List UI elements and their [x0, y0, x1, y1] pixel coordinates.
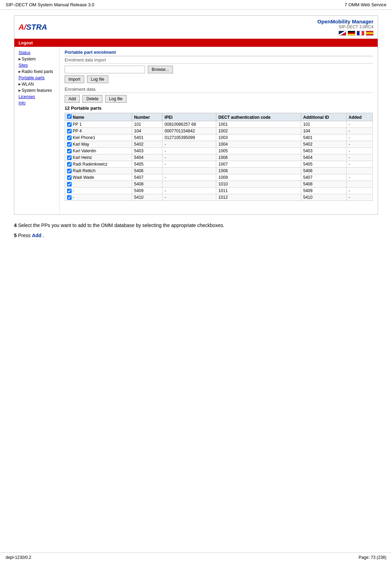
table-row: 540810105408: [65, 181, 373, 188]
row-checkbox[interactable]: [67, 182, 72, 187]
cell-dect_code: 1012: [216, 194, 301, 201]
cell-dect_code: 1006: [216, 154, 301, 161]
sidebar-item-licenses[interactable]: Licenses: [14, 94, 59, 100]
col-name: Name: [65, 113, 132, 121]
sidebar-item-sites[interactable]: Sites: [14, 62, 59, 68]
cell-number: 5410: [132, 194, 162, 201]
delete-button[interactable]: Delete: [82, 95, 102, 103]
flag-es[interactable]: [366, 31, 373, 36]
logout-bar: Logout: [14, 39, 378, 47]
cell-ipei: -: [162, 194, 216, 201]
import-button[interactable]: Import: [65, 75, 84, 83]
sidebar-item-info[interactable]: Info: [14, 100, 59, 106]
portable-parts-table: Name Number IPEI DECT authentication cod…: [65, 113, 373, 201]
row-checkbox[interactable]: [67, 155, 72, 160]
cell-number: 104: [132, 128, 162, 134]
cell-add_id: 5406: [301, 168, 346, 174]
omm-body: Status ▶ System Sites ▶ Radio fixed part…: [14, 47, 378, 214]
row-checkbox[interactable]: [67, 189, 72, 193]
table-row: Karl May5402-10045402-: [65, 141, 373, 148]
step-4: 4 Select the PPs you want to add to the …: [14, 222, 378, 229]
cell-add_id: 5402: [301, 141, 346, 148]
row-checkbox[interactable]: [67, 129, 72, 133]
cell-name: Radi Radenkowicz: [65, 161, 132, 168]
row-checkbox[interactable]: [67, 142, 72, 147]
log-file-button-1[interactable]: Log file: [87, 75, 108, 83]
row-checkbox[interactable]: [67, 162, 72, 167]
row-checkbox[interactable]: [67, 122, 72, 127]
log-file-button-2[interactable]: Log file: [105, 95, 126, 103]
flag-row: [317, 31, 373, 36]
cell-ipei: -: [162, 161, 216, 168]
sidebar-item-wlan[interactable]: ▶ WLAN: [14, 81, 59, 87]
cell-add_id: 101: [301, 121, 346, 128]
flag-fr[interactable]: [357, 31, 364, 36]
cell-added: -: [346, 194, 372, 201]
sidebar-item-system[interactable]: ▶ System: [14, 56, 59, 62]
row-checkbox[interactable]: [67, 195, 72, 200]
cell-name: Karl Heinz: [65, 154, 132, 161]
cell-dect_code: 1007: [216, 161, 301, 168]
sidebar-item-status[interactable]: Status: [14, 50, 59, 56]
cell-added: [346, 168, 372, 174]
app-title: OpenMobility Manager: [317, 19, 373, 24]
logout-button[interactable]: Logout: [19, 41, 33, 45]
arrow-icon: ▶: [19, 89, 21, 92]
row-checkbox[interactable]: [67, 149, 72, 153]
data-actions: Add Delete Log file: [65, 95, 373, 103]
cell-ipei: 0127105395099: [162, 134, 216, 141]
cell-add_id: 5407: [301, 174, 346, 181]
cell-number: 5402: [132, 141, 162, 148]
step-5: 5 Press Add .: [14, 232, 378, 239]
cell-ipei: [162, 181, 216, 188]
cell-added: -: [346, 121, 372, 128]
row-checkbox[interactable]: [67, 175, 72, 180]
row-checkbox[interactable]: [67, 136, 72, 140]
row-checkbox[interactable]: [67, 169, 72, 173]
cell-added: -: [346, 134, 372, 141]
table-row: Kiel Phone15401012710539509910035401-: [65, 134, 373, 141]
import-action-row: Import Log file: [65, 75, 373, 83]
flag-uk[interactable]: [339, 31, 346, 36]
cell-add_id: 5409: [301, 188, 346, 194]
cell-added: -: [346, 128, 372, 134]
cell-added: -: [346, 188, 372, 194]
cell-added: -: [346, 154, 372, 161]
col-add-id: Additional ID: [301, 113, 346, 121]
add-button[interactable]: Add: [65, 95, 80, 103]
header-left: SIP–DECT OM System Manual Release 3.0: [6, 2, 94, 7]
cell-dect_code: 1001: [216, 121, 301, 128]
cell-dect_code: 1003: [216, 134, 301, 141]
sidebar: Status ▶ System Sites ▶ Radio fixed part…: [14, 47, 60, 214]
cell-number: 5408: [132, 181, 162, 188]
header-right: 7 OMM Web Service: [344, 2, 386, 7]
select-all-checkbox[interactable]: [67, 114, 72, 119]
browse-button[interactable]: Browse...: [148, 66, 173, 73]
cell-add_id: 5401: [301, 134, 346, 141]
table-row: -5410-10125410-: [65, 194, 373, 201]
cell-name: PP 1: [65, 121, 132, 128]
cell-added: -: [346, 174, 372, 181]
section-title-link[interactable]: Portable part enrolment: [65, 50, 116, 55]
sidebar-item-system-features[interactable]: ▶ System features: [14, 87, 59, 94]
cell-number: 5405: [132, 161, 162, 168]
steps-text: 4 Select the PPs you want to add to the …: [14, 222, 378, 239]
main-panel: Portable part enrolment Enrolment data i…: [60, 47, 378, 214]
browse-row: Browse...: [65, 66, 373, 73]
cell-dect_code: 1002: [216, 128, 301, 134]
table-row: Karl Valentin5403-10055403-: [65, 148, 373, 154]
sidebar-item-radio-fixed[interactable]: ▶ Radio fixed parts: [14, 68, 59, 75]
sidebar-item-portable-parts[interactable]: Portable parts: [14, 75, 59, 81]
section-title: Portable part enrolment: [65, 50, 373, 56]
flag-de[interactable]: [348, 31, 355, 36]
table-row: Wadi Wade5407-10095407-: [65, 174, 373, 181]
cell-added: -: [346, 141, 372, 148]
cell-dect_code: 1005: [216, 148, 301, 154]
table-row: -5409-10115409-: [65, 188, 373, 194]
cell-name: [65, 181, 132, 188]
arrow-icon: ▶: [19, 70, 21, 73]
arrow-icon: ▶: [19, 82, 21, 86]
file-input[interactable]: [65, 66, 145, 73]
cell-ipei: 0007701154842: [162, 128, 216, 134]
cell-ipei: -: [162, 154, 216, 161]
